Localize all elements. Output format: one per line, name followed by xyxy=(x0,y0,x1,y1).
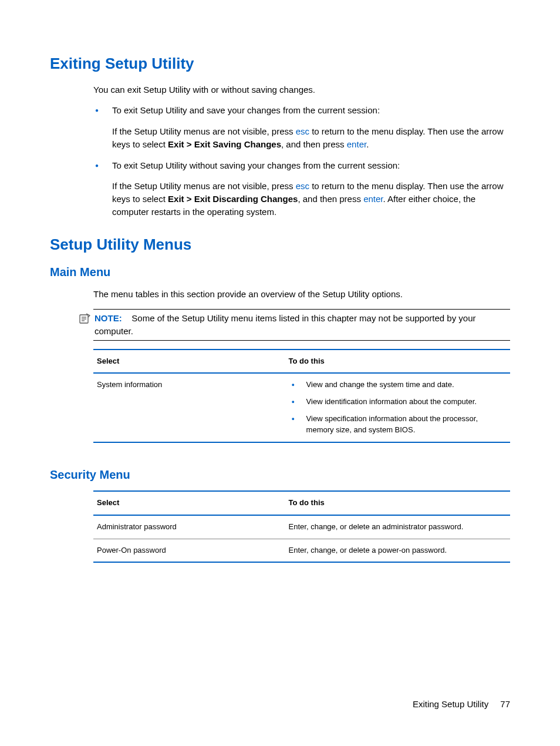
table-header-select: Select xyxy=(93,350,285,374)
action-list: View and change the system time and date… xyxy=(289,379,507,435)
table-header-action: To do this xyxy=(285,350,510,374)
menu-path: Exit > Exit Discarding Changes xyxy=(168,194,298,204)
note-block: NOTE: Some of the Setup Utility menu ite… xyxy=(93,309,510,341)
list-lead: To exit Setup Utility without saving you… xyxy=(112,159,510,172)
text: If the Setup Utility menus are not visib… xyxy=(112,181,296,191)
key-esc: esc xyxy=(296,181,309,191)
text: . xyxy=(366,139,369,149)
key-enter: enter xyxy=(347,139,366,149)
note-icon xyxy=(79,313,91,327)
page-footer: Exiting Setup Utility 77 xyxy=(413,698,510,711)
security-menu-table: Select To do this Administrator password… xyxy=(93,490,510,563)
main-menu-intro: The menu tables in this section provide … xyxy=(93,288,510,301)
menu-path: Exit > Exit Saving Changes xyxy=(168,139,281,149)
heading-main-menu: Main Menu xyxy=(50,264,510,281)
note-label: NOTE: xyxy=(95,313,122,323)
heading-exiting-setup: Exiting Setup Utility xyxy=(50,53,510,75)
list-sub: If the Setup Utility menus are not visib… xyxy=(112,125,510,151)
cell-action: View and change the system time and date… xyxy=(285,373,510,442)
table-row: Administrator password Enter, change, or… xyxy=(93,515,510,539)
intro-text: You can exit Setup Utility with or witho… xyxy=(93,83,510,96)
exit-options-list: To exit Setup Utility and save your chan… xyxy=(93,104,510,218)
table-row: Power-On password Enter, change, or dele… xyxy=(93,539,510,562)
table-header-select: Select xyxy=(93,491,285,515)
text: , and then press xyxy=(298,194,363,204)
action-item: View specification information about the… xyxy=(289,414,507,436)
list-lead: To exit Setup Utility and save your chan… xyxy=(112,104,510,117)
note-content: NOTE: Some of the Setup Utility menu ite… xyxy=(95,312,510,338)
cell-action: Enter, change, or delete an administrato… xyxy=(285,515,510,539)
main-menu-table: Select To do this System information Vie… xyxy=(93,349,510,443)
key-esc: esc xyxy=(296,126,309,136)
cell-action: Enter, change, or delete a power-on pass… xyxy=(285,539,510,562)
cell-select: System information xyxy=(93,373,285,442)
text: If the Setup Utility menus are not visib… xyxy=(112,126,296,136)
text: , and then press xyxy=(281,139,347,149)
table-row: System information View and change the s… xyxy=(93,373,510,442)
list-item: To exit Setup Utility and save your chan… xyxy=(93,104,510,150)
action-item: View and change the system time and date… xyxy=(289,379,507,391)
heading-security-menu: Security Menu xyxy=(50,466,510,483)
note-text: Some of the Setup Utility menu items lis… xyxy=(95,313,476,336)
action-item: View identification information about th… xyxy=(289,396,507,408)
footer-title: Exiting Setup Utility xyxy=(413,699,488,709)
heading-setup-menus: Setup Utility Menus xyxy=(50,234,510,256)
cell-select: Power-On password xyxy=(93,539,285,562)
table-header-action: To do this xyxy=(285,491,510,515)
key-enter: enter xyxy=(363,194,383,204)
list-item: To exit Setup Utility without saving you… xyxy=(93,159,510,219)
cell-select: Administrator password xyxy=(93,515,285,539)
list-sub: If the Setup Utility menus are not visib… xyxy=(112,180,510,218)
page-number: 77 xyxy=(500,699,510,709)
